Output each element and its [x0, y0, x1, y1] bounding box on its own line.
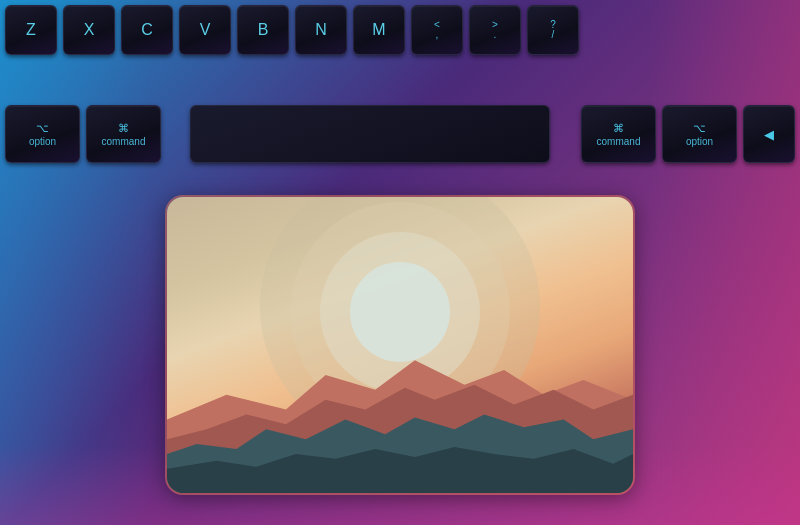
key-m-label: M [372, 21, 385, 39]
key-x[interactable]: X [63, 5, 115, 55]
key-x-label: X [84, 21, 95, 39]
key-v-label: V [200, 21, 211, 39]
keys-area: Z X C V B N M < , > . ? / ⌥ [0, 0, 800, 175]
key-right-option[interactable]: ⌥ option [662, 105, 737, 163]
key-comma-bottom: , [436, 30, 439, 40]
letter-row: Z X C V B N M < , > . ? / [5, 5, 579, 55]
keyboard-surface: Z X C V B N M < , > . ? / ⌥ [0, 0, 800, 525]
key-period-bottom: . [494, 30, 497, 40]
trackpad-mountains [167, 301, 633, 493]
key-spacebar[interactable] [190, 105, 550, 163]
key-n[interactable]: N [295, 5, 347, 55]
key-left-option[interactable]: ⌥ option [5, 105, 80, 163]
modifier-row: ⌥ option ⌘ command [5, 105, 161, 163]
option-icon-right: ⌥ [693, 122, 706, 135]
key-c-label: C [141, 21, 153, 39]
key-arrow-left[interactable]: ◀ [743, 105, 795, 163]
option-icon-left: ⌥ [36, 122, 49, 135]
key-m[interactable]: M [353, 5, 405, 55]
option-label-right: option [686, 136, 713, 147]
command-icon-right: ⌘ [613, 122, 624, 135]
key-period-gt[interactable]: > . [469, 5, 521, 55]
trackpad-background [167, 197, 633, 493]
arrow-left-icon: ◀ [764, 127, 774, 142]
key-v[interactable]: V [179, 5, 231, 55]
key-c[interactable]: C [121, 5, 173, 55]
key-slash-bottom: / [552, 30, 555, 40]
command-label-left: command [102, 136, 146, 147]
key-slash-q[interactable]: ? / [527, 5, 579, 55]
command-icon-left: ⌘ [118, 122, 129, 135]
key-b[interactable]: B [237, 5, 289, 55]
key-comma-lt[interactable]: < , [411, 5, 463, 55]
option-label-left: option [29, 136, 56, 147]
trackpad[interactable] [165, 195, 635, 495]
command-label-right: command [597, 136, 641, 147]
key-z[interactable]: Z [5, 5, 57, 55]
right-modifier-row: ⌘ command ⌥ option ◀ [581, 105, 795, 163]
key-b-label: B [258, 21, 269, 39]
key-left-command[interactable]: ⌘ command [86, 105, 161, 163]
trackpad-container [165, 195, 635, 495]
key-z-label: Z [26, 21, 36, 39]
key-right-command[interactable]: ⌘ command [581, 105, 656, 163]
key-n-label: N [315, 21, 327, 39]
